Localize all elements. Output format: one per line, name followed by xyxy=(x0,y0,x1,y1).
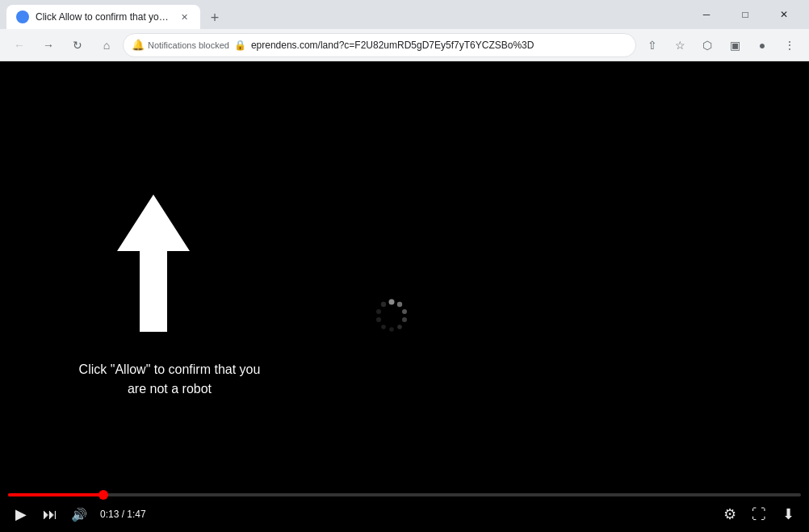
svg-point-7 xyxy=(381,325,386,329)
svg-point-6 xyxy=(389,327,394,332)
forward-button[interactable]: → xyxy=(36,32,61,58)
video-main: Click "Allow" to confirm that you are no… xyxy=(0,61,809,532)
skip-button[interactable]: ⏭ xyxy=(37,501,63,527)
volume-button[interactable]: 🔊 xyxy=(66,501,92,527)
progress-bar[interactable] xyxy=(8,493,801,496)
tab-title: Click Allow to confirm that you a xyxy=(36,11,171,23)
refresh-button[interactable]: ↻ xyxy=(65,32,90,58)
video-area: Click "Allow" to confirm that you are no… xyxy=(0,61,809,532)
loading-spinner xyxy=(371,295,412,339)
svg-point-10 xyxy=(381,302,386,307)
controls-row: ▶ ⏭ 🔊 0:13 / 1:47 ⚙ ⛶ xyxy=(0,501,809,527)
svg-point-4 xyxy=(402,317,407,322)
confirm-text: Click "Allow" to confirm that you are no… xyxy=(44,360,295,399)
svg-point-1 xyxy=(389,300,395,305)
svg-point-9 xyxy=(376,309,381,314)
url-display: eprendens.com/land?c=F2U82umRD5gD7Ey5f7y… xyxy=(251,40,627,51)
tab-close-button[interactable]: ✕ xyxy=(178,10,191,23)
video-controls-bar: ▶ ⏭ 🔊 0:13 / 1:47 ⚙ ⛶ xyxy=(0,490,809,532)
fullscreen-button[interactable]: ⛶ xyxy=(746,501,772,527)
lock-icon: 🔒 xyxy=(234,40,246,51)
navigation-bar: ← → ↻ ⌂ 🔔 Notifications blocked 🔒 eprend… xyxy=(0,29,809,61)
right-controls: ⚙ ⛶ ⬇ xyxy=(717,501,801,527)
profile-button[interactable]: ● xyxy=(749,32,775,58)
settings-button[interactable]: ⚙ xyxy=(717,501,743,527)
tab-favicon xyxy=(16,10,29,23)
svg-point-5 xyxy=(397,325,402,329)
svg-point-3 xyxy=(402,309,407,314)
bookmark-button[interactable]: ☆ xyxy=(667,32,693,58)
tab-bar: Click Allow to confirm that you a ✕ + xyxy=(6,0,681,29)
page-content: Click "Allow" to confirm that you are no… xyxy=(0,61,809,532)
new-tab-button[interactable]: + xyxy=(203,6,226,29)
minimize-button[interactable]: ─ xyxy=(688,2,725,27)
svg-marker-0 xyxy=(117,195,190,332)
menu-button[interactable]: ⋮ xyxy=(777,32,803,58)
active-tab[interactable]: Click Allow to confirm that you a ✕ xyxy=(6,5,200,29)
notification-blocked-indicator[interactable]: 🔔 Notifications blocked xyxy=(132,39,229,51)
home-button[interactable]: ⌂ xyxy=(94,32,119,58)
extensions-button[interactable]: ⬡ xyxy=(694,32,720,58)
arrow-container xyxy=(117,195,190,332)
address-bar[interactable]: 🔔 Notifications blocked 🔒 eprendens.com/… xyxy=(123,33,636,57)
back-button[interactable]: ← xyxy=(6,32,32,58)
download-button[interactable]: ⬇ xyxy=(775,501,801,527)
close-button[interactable]: ✕ xyxy=(765,2,803,27)
window-controls: ─ □ ✕ xyxy=(688,2,803,27)
svg-point-2 xyxy=(397,302,402,307)
time-display: 0:13 / 1:47 xyxy=(100,509,146,520)
progress-fill xyxy=(8,493,103,496)
sidebar-button[interactable]: ▣ xyxy=(722,32,748,58)
chrome-window: Click Allow to confirm that you a ✕ + ─ … xyxy=(0,0,809,532)
bell-icon: 🔔 xyxy=(132,39,145,51)
svg-point-8 xyxy=(376,317,381,322)
nav-action-icons: ⇧ ☆ ⬡ ▣ ● ⋮ xyxy=(639,32,803,58)
title-bar: Click Allow to confirm that you a ✕ + ─ … xyxy=(0,0,809,29)
up-arrow-icon xyxy=(117,195,190,332)
maximize-button[interactable]: □ xyxy=(727,2,764,27)
play-button[interactable]: ▶ xyxy=(8,501,34,527)
share-button[interactable]: ⇧ xyxy=(639,32,665,58)
progress-dot xyxy=(99,490,108,500)
